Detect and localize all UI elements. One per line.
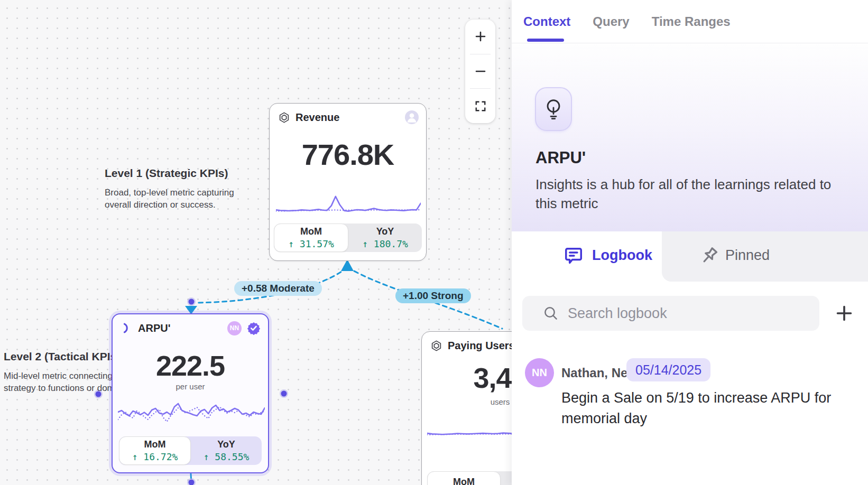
logbook-search <box>522 296 819 331</box>
insights-hero-section: ARPU' Insights is a hub for all of the l… <box>512 44 868 231</box>
panel-tab-bar: Context Query Time Ranges <box>512 0 868 43</box>
logbook-comment-icon <box>564 245 584 266</box>
search-input[interactable] <box>522 296 819 331</box>
pinned-tab-label: Pinned <box>725 247 770 264</box>
arpu-right-handle-dot[interactable] <box>281 391 287 397</box>
logbook-pinned-tab-bar: Logbook Pinned <box>512 231 868 282</box>
insights-description: Insights is a hub for all of the learnin… <box>535 175 842 213</box>
revenue-value: 776.8K <box>270 137 426 172</box>
entry-avatar: NN <box>525 358 554 387</box>
fit-view-button[interactable] <box>465 89 495 123</box>
logbook-tab-label: Logbook <box>592 247 652 264</box>
verified-check-badge-icon[interactable] <box>247 321 261 335</box>
hexagon-metric-icon <box>430 340 442 352</box>
fullscreen-icon <box>475 100 486 112</box>
lightbulb-icon <box>543 98 564 121</box>
app: Level 1 (Strategic KPIs) Broad, top-leve… <box>0 0 868 485</box>
arpu-owner-badge[interactable]: NN <box>227 321 242 335</box>
revenue-mom-stat[interactable]: MoM ↑ 31.57% <box>274 223 348 252</box>
entry-text: Begin a Sale on 5/19 to increase ARPU fo… <box>561 388 844 429</box>
revenue-sparkline <box>276 190 421 214</box>
revenue-card-title: Revenue <box>296 111 339 124</box>
tab-context[interactable]: Context <box>523 14 570 29</box>
arpu-bottom-handle-dot[interactable] <box>189 480 195 485</box>
arpu-unit: per user <box>113 382 268 391</box>
revenue-yoy-stat[interactable]: YoY ↑ 180.7% <box>348 223 422 252</box>
arpu-left-handle-dot[interactable] <box>96 391 101 397</box>
edge-label-strong[interactable]: +1.00 Strong <box>395 288 471 303</box>
revenue-card-header: Revenue <box>278 110 419 125</box>
tab-time-ranges[interactable]: Time Ranges <box>652 14 731 29</box>
crescent-metric-icon <box>121 322 133 334</box>
metric-card-arpu[interactable]: ARPU' NN 222.5 per user MoM ↑ 16.72% <box>112 313 269 473</box>
metric-card-revenue[interactable]: Revenue 776.8K MoM ↑ 31.57% <box>269 103 427 261</box>
metric-title: ARPU' <box>535 148 586 167</box>
arpu-card-title: ARPU' <box>138 322 170 334</box>
plus-icon <box>834 303 855 324</box>
arpu-card-header: ARPU' NN <box>121 321 261 335</box>
arpu-value: 222.5 <box>113 349 268 382</box>
revenue-stats-bar: MoM ↑ 31.57% YoY ↑ 180.7% <box>274 223 422 252</box>
tab-query[interactable]: Query <box>593 14 629 29</box>
tab-logbook[interactable]: Logbook <box>512 231 662 282</box>
context-side-panel: Context Query Time Ranges ARPU' Insights… <box>512 0 868 485</box>
owner-avatar-icon[interactable] <box>405 110 419 124</box>
arpu-mom-stat[interactable]: MoM ↑ 16.72% <box>119 436 191 465</box>
arpu-yoy-stat[interactable]: YoY ↑ 58.55% <box>191 436 262 465</box>
insights-tile <box>535 87 572 131</box>
minus-icon <box>474 65 487 78</box>
zoom-out-button[interactable] <box>465 54 495 89</box>
entry-date-badge[interactable]: 05/14/2025 <box>626 358 710 381</box>
paying-users-card-title: Paying Users' <box>448 340 517 352</box>
hexagon-metric-icon <box>278 111 290 124</box>
arrowhead-into-revenue <box>341 259 354 271</box>
active-tab-underline <box>527 39 564 42</box>
plus-icon <box>474 30 487 43</box>
pin-icon <box>698 245 720 268</box>
paying-users-mom-stat[interactable]: MoM ↑ 12.72% <box>427 471 501 485</box>
canvas-zoom-toolbar <box>465 20 495 123</box>
arpu-sparkline <box>118 397 265 426</box>
edge-handle-dot[interactable] <box>189 299 195 305</box>
arpu-stats-bar: MoM ↑ 16.72% YoY ↑ 58.55% <box>119 436 262 465</box>
zoom-in-button[interactable] <box>465 20 495 54</box>
edge-label-moderate[interactable]: +0.58 Moderate <box>234 281 322 296</box>
add-log-entry-button[interactable] <box>832 301 856 325</box>
log-entry[interactable]: NN Nathan, Neha 05/14/2025 Begin a Sale … <box>512 350 868 445</box>
